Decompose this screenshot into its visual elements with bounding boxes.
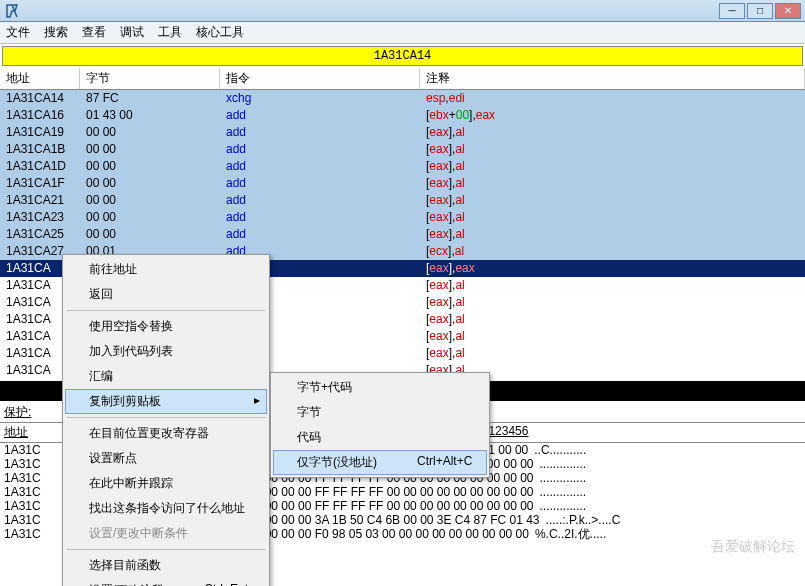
- ctx-set-cond: 设置/更改中断条件: [65, 521, 267, 546]
- context-menu[interactable]: 前往地址 返回 使用空指令替换 加入到代码列表 汇编 复制到剪贴板 在目前位置更…: [62, 254, 270, 586]
- minimize-button[interactable]: ─: [719, 3, 745, 19]
- ctx-goto-addr[interactable]: 前往地址: [65, 257, 267, 282]
- ctx-sep: [67, 310, 265, 311]
- hex-addr-label: 地址: [0, 423, 48, 442]
- sub-code[interactable]: 代码: [273, 425, 487, 450]
- menu-file[interactable]: 文件: [6, 24, 30, 41]
- window-controls: ─ □ ✕: [719, 3, 801, 19]
- disasm-list[interactable]: 1A31CA1487 FCxchgesp,edi1A31CA1601 43 00…: [0, 90, 805, 260]
- sub-bytes-only[interactable]: 仅字节(没地址)Ctrl+Alt+C: [273, 450, 487, 475]
- disasm-row[interactable]: 1A31CA2300 00add[eax],al: [0, 209, 805, 226]
- ctx-set-comment[interactable]: 设置/更改注释Ctrl+Enter: [65, 578, 267, 586]
- close-button[interactable]: ✕: [775, 3, 801, 19]
- ctx-set-bp[interactable]: 设置断点: [65, 446, 267, 471]
- ctx-break-trace[interactable]: 在此中断并跟踪: [65, 471, 267, 496]
- watermark: 吾爱破解论坛: [711, 538, 795, 556]
- ctx-sel-func[interactable]: 选择目前函数: [65, 553, 267, 578]
- disasm-row[interactable]: 1A31CA1601 43 00add[ebx+00],eax: [0, 107, 805, 124]
- ctx-add-codelist[interactable]: 加入到代码列表: [65, 339, 267, 364]
- disasm-row[interactable]: 1A31CA2100 00add[eax],al: [0, 192, 805, 209]
- disasm-header: 地址 字节 指令 注释: [0, 68, 805, 90]
- disasm-row[interactable]: 1A31CA1B00 00add[eax],al: [0, 141, 805, 158]
- col-addr[interactable]: 地址: [0, 68, 80, 89]
- ctx-sep: [67, 549, 265, 550]
- ctx-return[interactable]: 返回: [65, 282, 267, 307]
- disasm-row[interactable]: 1A31CA1D00 00add[eax],al: [0, 158, 805, 175]
- sub-bytes-code[interactable]: 字节+代码: [273, 375, 487, 400]
- ctx-assemble[interactable]: 汇编: [65, 364, 267, 389]
- menu-debug[interactable]: 调试: [120, 24, 144, 41]
- ctx-find-refs[interactable]: 找出这条指令访问了什么地址: [65, 496, 267, 521]
- hex-protect-label: 保护:: [0, 403, 48, 422]
- current-address-bar: 1A31CA14: [2, 46, 803, 66]
- ctx-replace-nop[interactable]: 使用空指令替换: [65, 314, 267, 339]
- disasm-row[interactable]: 1A31CA1F00 00add[eax],al: [0, 175, 805, 192]
- col-instr[interactable]: 指令: [220, 68, 420, 89]
- col-bytes[interactable]: 字节: [80, 68, 220, 89]
- menu-search[interactable]: 搜索: [44, 24, 68, 41]
- menu-tools[interactable]: 工具: [158, 24, 182, 41]
- titlebar: ─ □ ✕: [0, 0, 805, 22]
- maximize-button[interactable]: □: [747, 3, 773, 19]
- sub-bytes[interactable]: 字节: [273, 400, 487, 425]
- ctx-sep: [67, 417, 265, 418]
- ctx-copy-clipboard[interactable]: 复制到剪贴板: [65, 389, 267, 414]
- ctx-change-reg[interactable]: 在目前位置更改寄存器: [65, 421, 267, 446]
- disasm-row[interactable]: 1A31CA2500 00add[eax],al: [0, 226, 805, 243]
- menu-coretools[interactable]: 核心工具: [196, 24, 244, 41]
- col-comment[interactable]: 注释: [420, 68, 805, 89]
- app-icon: [4, 3, 20, 19]
- disasm-row[interactable]: 1A31CA1900 00add[eax],al: [0, 124, 805, 141]
- context-submenu-copy[interactable]: 字节+代码 字节 代码 仅字节(没地址)Ctrl+Alt+C: [270, 372, 490, 478]
- menu-view[interactable]: 查看: [82, 24, 106, 41]
- disasm-row[interactable]: 1A31CA1487 FCxchgesp,edi: [0, 90, 805, 107]
- menubar: 文件 搜索 查看 调试 工具 核心工具: [0, 22, 805, 44]
